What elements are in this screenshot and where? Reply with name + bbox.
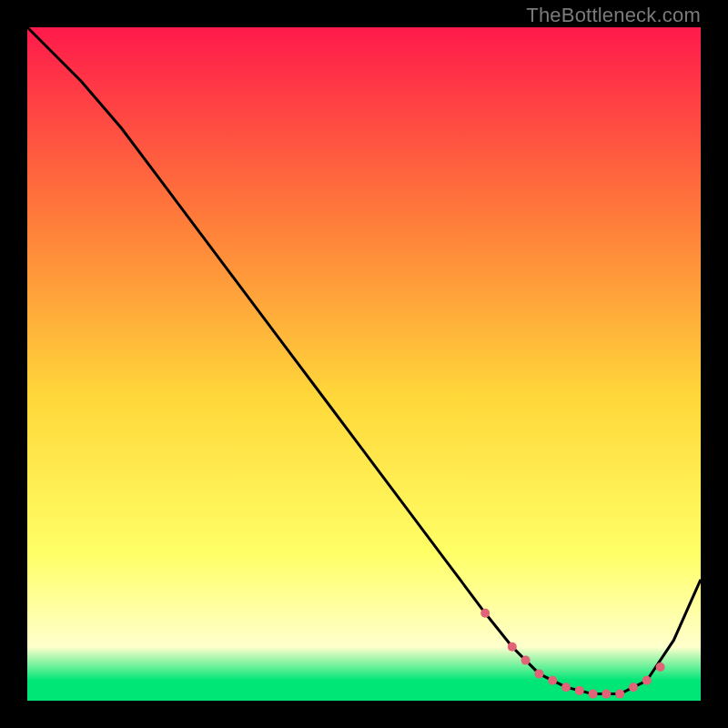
highlight-dot	[629, 682, 638, 692]
chart-frame	[27, 27, 701, 701]
highlight-dot	[602, 690, 611, 699]
highlight-dot	[561, 682, 571, 692]
highlight-dot	[642, 676, 652, 685]
watermark-text: TheBottleneck.com	[526, 4, 701, 27]
highlight-dot	[575, 686, 584, 695]
gradient-bg	[27, 27, 701, 701]
bottleneck-chart	[27, 27, 701, 701]
highlight-dot	[508, 642, 517, 652]
highlight-dot	[480, 609, 490, 618]
highlight-dot	[589, 690, 598, 699]
highlight-dot	[548, 676, 557, 685]
highlight-dot	[615, 690, 624, 699]
highlight-dot	[656, 662, 665, 672]
highlight-dot	[534, 669, 543, 678]
highlight-dot	[521, 656, 531, 665]
